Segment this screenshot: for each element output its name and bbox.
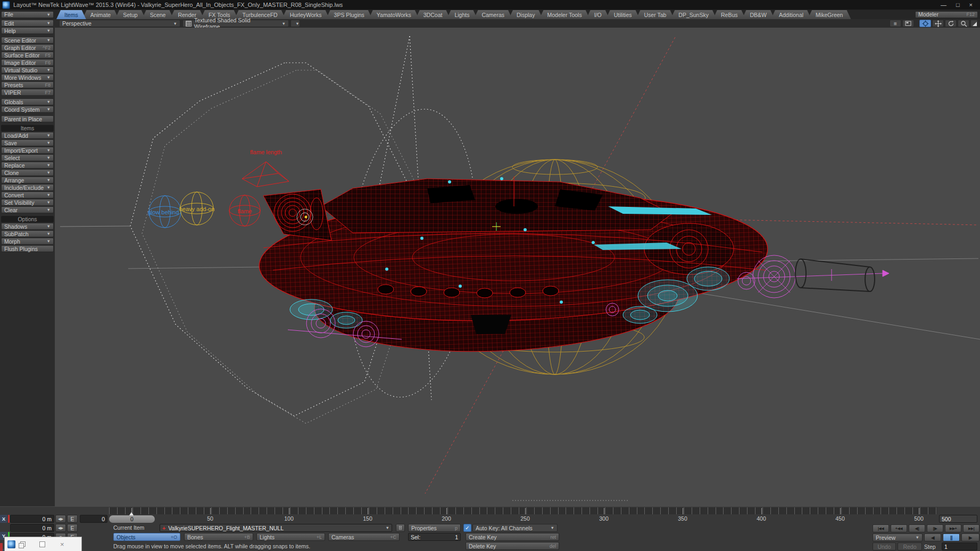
timeline-ruler[interactable] (109, 507, 937, 514)
tab-rebus[interactable]: ReBus (713, 10, 746, 19)
sidebar-item-arrange[interactable]: Arrange▼ (1, 177, 54, 183)
item-tab-lights[interactable]: Lights+L (256, 533, 325, 541)
file-menu-button[interactable]: File ▼ (1, 11, 54, 18)
play-reverse-button[interactable]: ◀ (924, 533, 941, 541)
sidebar-item-scene-editor[interactable]: Scene Editor▼ (1, 37, 54, 44)
sidebar-item-import-export[interactable]: Import/Export▼ (1, 147, 54, 154)
redo-button[interactable]: Redo (898, 542, 922, 550)
envelope-button-x[interactable]: E (67, 515, 78, 523)
current-item-dropdown[interactable]: + ValkyrieSUPERHERO_Flight_MASTER_NULL ▼ (160, 524, 392, 532)
axis-value-y[interactable]: 0 m (10, 524, 54, 532)
viewport-canvas[interactable]: flame length glow behind heavy add-on fl… (55, 28, 980, 506)
transport-button-0[interactable]: |◀◀ (873, 524, 889, 532)
tab-modeler-tools[interactable]: Modeler Tools (539, 10, 589, 19)
autokey-dropdown[interactable]: Auto Key: All Channels ▼ (472, 524, 558, 532)
sidebar-item-convert[interactable]: Convert▼ (1, 191, 54, 198)
maximize-icon[interactable] (39, 541, 45, 547)
tab-cameras[interactable]: Cameras (474, 10, 512, 19)
zoom-icon[interactable] (958, 20, 969, 27)
tab-hurleyworks[interactable]: HurleyWorks (282, 10, 330, 19)
sidebar-item-edit[interactable]: Edit▼ (1, 20, 54, 27)
list-icon[interactable]: ≡ (890, 20, 901, 27)
axis-spinner-y[interactable]: ◀▶ (55, 524, 66, 532)
create-key-button[interactable]: Create Key ret (466, 533, 559, 541)
transport-button-2[interactable]: ◀|| (909, 524, 925, 532)
sidebar-item-flush-plugins[interactable]: Flush Plugins (1, 245, 54, 252)
transport-button-4[interactable]: ▶▶+ (945, 524, 961, 532)
item-tab-cameras[interactable]: Cameras+C (328, 533, 400, 541)
play-button[interactable]: ▶ (961, 533, 979, 541)
sidebar-item-clone[interactable]: Clone▼ (1, 169, 54, 176)
tab-animate[interactable]: Animate (82, 10, 119, 19)
sidebar-item-morph[interactable]: Morph▼ (1, 238, 54, 245)
sidebar-item-graph-editor[interactable]: Graph Editor^F2 (1, 44, 54, 51)
tab-display[interactable]: Display (509, 10, 543, 19)
tab-dp-sunsky[interactable]: DP_SunSky (670, 10, 717, 19)
item-tab-objects[interactable]: Objects+O (113, 533, 180, 541)
restore-icon[interactable] (19, 541, 24, 547)
step-field[interactable]: 1 (942, 542, 977, 550)
tab-user-tab[interactable]: User Tab (636, 10, 675, 19)
item-list-button[interactable] (396, 524, 405, 532)
sidebar-item-help[interactable]: Help▼ (1, 27, 54, 34)
sidebar-item-shadows[interactable]: Shadows▼ (1, 223, 54, 230)
sidebar-item-viper[interactable]: VIPERF7 (1, 89, 54, 96)
axis-value-x[interactable]: 0 m (10, 515, 54, 523)
sidebar-item-presets[interactable]: PresetsF8 (1, 81, 54, 88)
sidebar-item-image-editor[interactable]: Image EditorF6 (1, 59, 54, 66)
minimize-icon[interactable]: — (941, 2, 946, 8)
preview-dropdown[interactable]: Preview ▼ (873, 533, 923, 541)
transport-button-1[interactable]: +◀◀ (891, 524, 907, 532)
sidebar-item-include-exclude[interactable]: Include/Exclude▼ (1, 184, 54, 191)
view-type-dropdown[interactable]: Perspective ▼ (59, 20, 180, 27)
properties-button[interactable]: Properties p (408, 524, 461, 532)
transport-button-5[interactable]: ▶▶| (963, 524, 979, 532)
sidebar-item-save[interactable]: Save▼ (1, 139, 54, 146)
sidebar-item-virtual-studio[interactable]: Virtual Studio▼ (1, 66, 54, 73)
tab-mikegreen[interactable]: MikeGreen (808, 10, 851, 19)
sidebar-item-load-add[interactable]: Load/Add▼ (1, 132, 54, 139)
axis-spinner-x[interactable]: ◀▶ (55, 515, 66, 523)
sidebar-item-select[interactable]: Select▼ (1, 154, 54, 161)
viewport-options-dropdown[interactable]: ▼ (290, 20, 300, 27)
tab-utilities[interactable]: Utilities (606, 10, 640, 19)
tab-3ps-plugins[interactable]: 3PS Plugins (326, 10, 372, 19)
sidebar-item-globals[interactable]: Globals▼ (1, 98, 54, 105)
sidebar-item-surface-editor[interactable]: Surface EditorF5 (1, 52, 54, 59)
floating-window-fragment[interactable]: × (4, 537, 82, 551)
sidebar-item-parent-in-place[interactable]: Parent in Place (1, 115, 54, 122)
tab-i-o[interactable]: I/O (586, 10, 610, 19)
close-icon[interactable]: × (60, 541, 64, 547)
modeler-button[interactable]: Modeler F12 (915, 11, 978, 18)
envelope-button-y[interactable]: E (67, 524, 78, 532)
delete-key-button[interactable]: Delete Key del (466, 542, 559, 550)
tab-items[interactable]: Items (56, 10, 86, 19)
tab-additional[interactable]: Additional (771, 10, 811, 19)
close-icon[interactable]: × (969, 2, 973, 8)
sidebar-item-subpatch[interactable]: SubPatch▼ (1, 230, 54, 237)
transport-button-3[interactable]: ||▶ (927, 524, 943, 532)
maximize-viewport-icon[interactable] (970, 20, 978, 27)
tab-setup[interactable]: Setup (115, 10, 145, 19)
tab-scene[interactable]: Scene (142, 10, 174, 19)
end-frame-field[interactable]: 500 (939, 515, 977, 523)
autokey-checkbox[interactable]: ✓ (463, 524, 471, 532)
tab-yamatoworks[interactable]: YamatoWorks (369, 10, 419, 19)
sidebar-item-clear[interactable]: Clear▼ (1, 206, 54, 213)
sidebar-item-more-windows[interactable]: More Windows▼ (1, 74, 54, 81)
sidebar-item-set-visibility[interactable]: Set Visibility▼ (1, 199, 54, 206)
sidebar-item-coord-system[interactable]: Coord System▼ (1, 106, 54, 113)
rotate-icon[interactable] (945, 20, 957, 27)
tab-lights[interactable]: Lights (446, 10, 477, 19)
shading-mode-dropdown[interactable]: Textured Shaded Solid Wireframe ▼ (182, 20, 289, 27)
pause-button[interactable]: || (943, 533, 960, 541)
pan-move-icon[interactable] (932, 20, 944, 27)
center-item-icon[interactable] (919, 20, 931, 27)
layout-preset-icon[interactable] (902, 20, 914, 27)
tab-db-w[interactable]: DB&W (742, 10, 775, 19)
current-frame-field[interactable]: 0 (80, 515, 107, 523)
timeline-slider-handle[interactable]: 0 (109, 515, 155, 523)
item-tab-bones[interactable]: Bones+B (184, 533, 253, 541)
sidebar-item-replace[interactable]: Replace▼ (1, 162, 54, 169)
undo-button[interactable]: Undo (873, 542, 896, 550)
